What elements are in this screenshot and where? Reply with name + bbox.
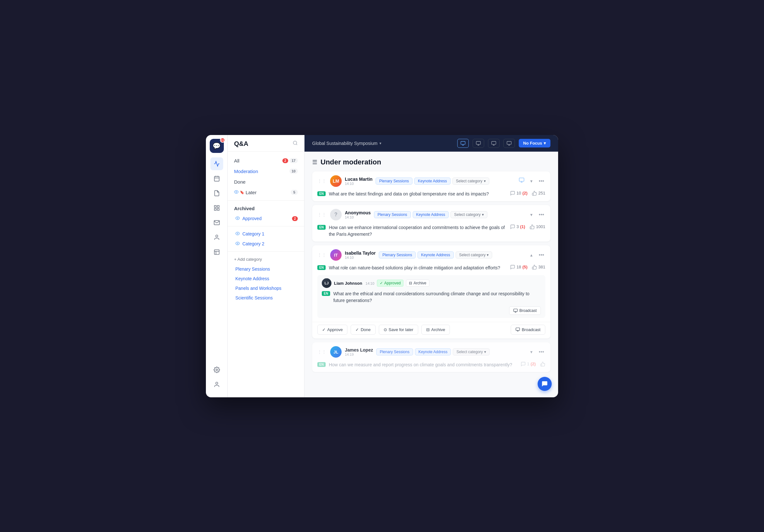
sidebar-item-category1[interactable]: Category 1 — [228, 229, 304, 239]
tag-keynote-1[interactable]: Keynote Address — [414, 178, 451, 185]
select-category-4[interactable]: Select category ▾ — [453, 348, 489, 355]
sidebar-tag-keynote[interactable]: Keynote Address — [228, 274, 304, 283]
broadcast-label: Broadcast — [522, 327, 540, 332]
tag-plenary-4[interactable]: Plenary Sessions — [376, 348, 413, 355]
chat-bubble-btn[interactable] — [538, 377, 552, 391]
card-action-bar-3: ✓ Approve ✓ Done ⊙ Save for later ⊟ Arch… — [312, 322, 550, 338]
monitor-btn-4[interactable] — [503, 139, 515, 148]
broadcast-button[interactable]: Broadcast — [511, 325, 545, 334]
more-options-4[interactable]: ••• — [538, 348, 545, 356]
drag-handle-1[interactable]: ⋮⋮ — [317, 179, 326, 184]
drag-handle-4[interactable]: ⋮⋮ — [317, 349, 326, 354]
archive-badge-btn[interactable]: ⊟ Archive — [406, 280, 429, 287]
sidebar-tag-panels-label: Panels and Workshops — [235, 286, 282, 291]
nav-qa-icon[interactable] — [210, 246, 223, 258]
app-logo[interactable]: 💬 11 — [210, 139, 224, 153]
expand-btn-3[interactable]: ▴ — [527, 251, 535, 259]
svg-rect-43 — [513, 309, 517, 311]
topbar: Global Sustainability Symposium ▾ No Foc… — [304, 135, 558, 152]
drag-handle-2[interactable]: ⋮⋮ — [317, 212, 326, 217]
card-actions-3: ▴ ••• — [527, 251, 545, 259]
lang-badge-subreply: EN — [322, 291, 330, 296]
nav-mail-icon[interactable] — [210, 216, 223, 229]
expand-btn-1[interactable]: ▾ — [527, 177, 535, 185]
like-stat-1: 251 — [532, 191, 545, 196]
card-header-4: ⋮⋮ JL James Lopez 14:19 Plenary Sessions… — [312, 342, 550, 360]
topbar-right: No Focus ▾ — [457, 139, 550, 148]
select-category-4-label: Select category — [456, 350, 483, 354]
tag-plenary-1[interactable]: Plenary Sessions — [376, 178, 412, 185]
svg-text:IT: IT — [334, 253, 338, 258]
question-card-4: ⋮⋮ JL James Lopez 14:19 Plenary Sessions… — [312, 342, 550, 372]
comment-stat-4: 1 (2) — [521, 361, 536, 367]
card-stats-3: 18 (5) 381 — [510, 265, 545, 270]
save-later-button[interactable]: ⊙ Save for later — [379, 325, 418, 334]
sidebar-nav: All 2 17 Moderation 10 Done — [228, 152, 304, 397]
nav-calendar-icon[interactable] — [210, 172, 223, 185]
sidebar-item-approved[interactable]: Approved 2 — [228, 214, 304, 224]
nav-settings-icon[interactable] — [210, 363, 223, 376]
more-options-3[interactable]: ••• — [538, 251, 545, 259]
expand-btn-2[interactable]: ▾ — [527, 211, 535, 218]
more-options-1[interactable]: ••• — [538, 177, 545, 185]
broadcast-btn-subreply[interactable]: Broadcast — [509, 307, 541, 315]
svg-rect-9 — [214, 249, 219, 254]
add-category-btn[interactable]: + Add category — [228, 254, 304, 264]
nav-users-icon[interactable] — [210, 231, 223, 244]
all-badge-red: 2 — [283, 158, 288, 163]
user-name-3: Isabella Taylor — [345, 250, 376, 256]
sidebar-tag-keynote-label: Keynote Address — [235, 276, 269, 281]
nav-profile-icon[interactable] — [210, 378, 223, 391]
monitor-btn-3[interactable] — [488, 139, 499, 148]
sidebar-tag-scientific-label: Scientific Sessions — [235, 295, 273, 300]
tag-keynote-2[interactable]: Keynote Address — [413, 211, 449, 218]
tag-keynote-3[interactable]: Keynote Address — [418, 251, 454, 258]
svg-rect-26 — [491, 141, 496, 144]
tag-plenary-3[interactable]: Plenary Sessions — [379, 251, 416, 258]
tag-plenary-2[interactable]: Plenary Sessions — [374, 211, 411, 218]
approved-badge-red: 2 — [292, 216, 298, 221]
drag-handle-3[interactable]: ⋮⋮ — [317, 252, 326, 258]
monitor-btn-2[interactable] — [473, 139, 484, 148]
like-stat-4 — [540, 361, 545, 367]
nav-file-icon[interactable] — [210, 187, 223, 200]
select-category-2[interactable]: Select category ▾ — [451, 211, 487, 218]
sidebar-tag-scientific[interactable]: Scientific Sessions — [228, 293, 304, 303]
broadcast-icon-1[interactable] — [518, 177, 525, 185]
select-category-1[interactable]: Select category ▾ — [453, 178, 489, 185]
user-name-4: James Lopez — [345, 347, 373, 352]
tag-keynote-4[interactable]: Keynote Address — [415, 348, 451, 355]
done-button[interactable]: ✓ Done — [351, 325, 375, 334]
nav-grid-icon[interactable] — [210, 201, 223, 214]
sidebar-item-done[interactable]: Done — [228, 177, 304, 187]
sidebar-item-done-label: Done — [234, 179, 298, 185]
sidebar-item-all[interactable]: All 2 17 — [228, 156, 304, 166]
search-icon[interactable] — [293, 140, 298, 147]
event-chevron-icon[interactable]: ▾ — [379, 141, 381, 146]
avatar-james: JL — [330, 346, 342, 358]
approve-button[interactable]: ✓ Approve — [317, 325, 347, 334]
nav-analytics-icon[interactable] — [210, 157, 223, 170]
sidebar-item-moderation[interactable]: Moderation 10 — [228, 166, 304, 177]
more-options-2[interactable]: ••• — [538, 211, 545, 218]
monitor-btn-1[interactable] — [457, 139, 469, 148]
archive-button[interactable]: ⊟ Archive — [421, 325, 450, 334]
sidebar-tag-plenary[interactable]: Plenary Sessions — [228, 264, 304, 274]
select-category-3[interactable]: Select category ▾ — [456, 251, 492, 258]
svg-text:LJ: LJ — [325, 281, 329, 285]
sidebar-item-category2[interactable]: Category 2 — [228, 239, 304, 249]
avatar-liam: LJ — [322, 278, 331, 288]
svg-text:LM: LM — [333, 179, 339, 184]
sidebar-tag-panels[interactable]: Panels and Workshops — [228, 283, 304, 293]
lang-badge-3: EN — [317, 265, 326, 270]
svg-rect-4 — [214, 205, 216, 207]
broadcast-btn-subreply-label: Broadcast — [519, 308, 537, 313]
expand-btn-4[interactable]: ▾ — [527, 348, 535, 356]
question-text-1: What are the latest findings and data on… — [329, 191, 507, 198]
card-header-2: ⋮⋮ ? Anonymous 14:10 Plenary Sessions Ke… — [312, 205, 550, 223]
user-info-4: James Lopez 14:19 — [345, 347, 373, 356]
sidebar-item-later[interactable]: 🔖 Later 5 — [228, 187, 304, 198]
select-category-1-label: Select category — [456, 179, 482, 183]
menu-icon[interactable]: ☰ — [312, 159, 317, 166]
no-focus-button[interactable]: No Focus ▾ — [519, 139, 550, 148]
